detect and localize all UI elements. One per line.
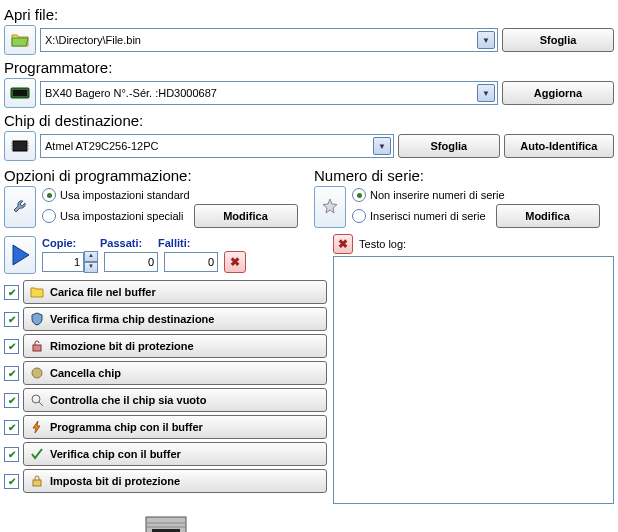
chevron-down-icon[interactable]: ▼ [373,137,391,155]
folder-small-icon [30,285,44,299]
programmer-label: Programmatore: [4,59,614,76]
file-path-text: X:\Directory\File.bin [45,34,477,46]
folder-icon[interactable] [4,25,36,55]
failed-value: 0 [164,252,218,272]
lightning-icon [30,420,44,434]
svg-rect-13 [33,480,41,486]
programmer-text: BX40 Bagero N°.-Sér. :HD3000687 [45,87,477,99]
refresh-button[interactable]: Aggiorna [502,81,614,105]
browse-file-button[interactable]: Sfoglia [502,28,614,52]
copies-input[interactable]: 1 ▲▼ [42,251,98,273]
step-verify-chip: ✔Verifica chip con il buffer [4,442,327,466]
checkbox-checked-icon[interactable]: ✔ [4,393,19,408]
step-set-protection: ✔Imposta bit di protezione [4,469,327,493]
edit-prog-options-button[interactable]: Modifica [194,204,298,228]
checkbox-checked-icon[interactable]: ✔ [4,420,19,435]
checkbox-checked-icon[interactable]: ✔ [4,366,19,381]
erase-icon [30,366,44,380]
star-icon[interactable] [314,186,346,228]
shield-icon [30,312,44,326]
radio-checked-icon [42,188,56,202]
chevron-down-icon[interactable]: ▼ [477,31,495,49]
chip-socket-illustration [4,515,327,532]
step-remove-protection: ✔Rimozione bit di protezione [4,334,327,358]
step-load-file: ✔Carica file nel buffer [4,280,327,304]
svg-rect-1 [13,90,27,96]
checkbox-checked-icon[interactable]: ✔ [4,339,19,354]
checkbox-checked-icon[interactable]: ✔ [4,312,19,327]
edit-serial-button[interactable]: Modifica [496,204,600,228]
serial-opt-insert[interactable]: Inserisci numeri di serie Modifica [352,204,600,228]
checkbox-checked-icon[interactable]: ✔ [4,447,19,462]
steps-list: ✔Carica file nel buffer ✔Verifica firma … [4,280,327,493]
step-blank-check: ✔Controlla che il chip sia vuoto [4,388,327,412]
svg-line-12 [39,402,43,406]
prog-options-label: Opzioni di programmazione: [4,167,304,184]
passed-value: 0 [104,252,158,272]
step-verify-signature: ✔Verifica firma chip destinazione [4,307,327,331]
radio-checked-icon [352,188,366,202]
chip-text: Atmel AT29C256-12PC [45,140,373,152]
check-icon [30,447,44,461]
svg-rect-2 [13,141,27,151]
lock-icon [30,474,44,488]
browse-chip-button[interactable]: Sfoglia [398,134,500,158]
svg-point-10 [32,368,42,378]
magnifier-icon [30,393,44,407]
open-file-label: Apri file: [4,6,614,23]
svg-rect-9 [33,345,41,351]
target-chip-label: Chip di destinazione: [4,112,614,129]
failed-label: Falliti: [158,237,204,249]
step-program-chip: ✔Programma chip con il buffer [4,415,327,439]
chip-combo[interactable]: Atmel AT29C256-12PC ▼ [40,134,394,158]
log-textarea[interactable] [333,256,614,504]
clear-log-button[interactable]: ✖ [333,234,353,254]
prog-opt-standard[interactable]: Usa impostazioni standard [42,188,298,202]
checkbox-checked-icon[interactable]: ✔ [4,285,19,300]
radio-icon [42,209,56,223]
chip-icon[interactable] [4,131,36,161]
svg-point-11 [32,395,40,403]
programmer-combo[interactable]: BX40 Bagero N°.-Sér. :HD3000687 ▼ [40,81,498,105]
programmer-icon[interactable] [4,78,36,108]
reset-button[interactable]: ✖ [224,251,246,273]
copies-label: Copie: [42,237,92,249]
passed-label: Passati: [100,237,150,249]
prog-opt-special[interactable]: Usa impostazioni speciali Modifica [42,204,298,228]
radio-icon [352,209,366,223]
wrench-icon[interactable] [4,186,36,228]
file-path-combo[interactable]: X:\Directory\File.bin ▼ [40,28,498,52]
step-erase-chip: ✔Cancella chip [4,361,327,385]
auto-identify-button[interactable]: Auto-Identifica [504,134,614,158]
serial-opt-none[interactable]: Non inserire numeri di serie [352,188,600,202]
serial-label: Numero di serie: [314,167,614,184]
checkbox-checked-icon[interactable]: ✔ [4,474,19,489]
play-button[interactable] [4,236,36,274]
chevron-down-icon[interactable]: ▼ [477,84,495,102]
log-label: Testo log: [359,238,406,250]
unlock-icon [30,339,44,353]
